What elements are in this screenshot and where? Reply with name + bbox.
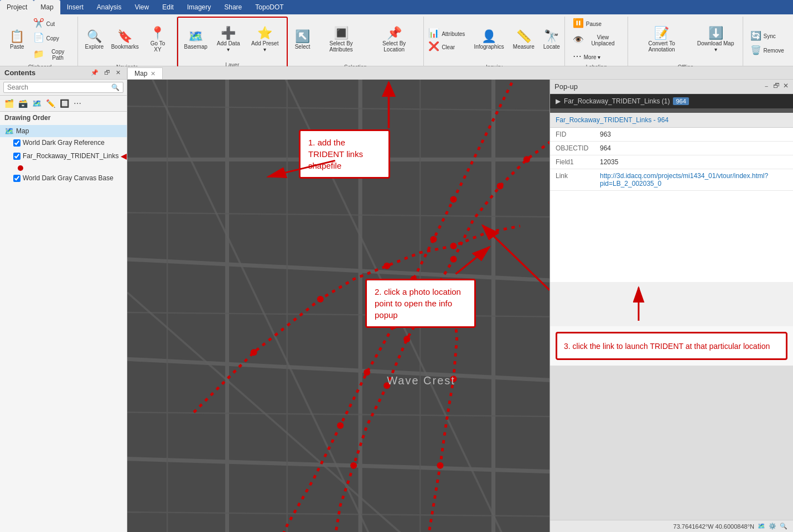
ribbon-group-offline: 📝 Convert To Annotation ⬇️ Download Map … bbox=[628, 17, 743, 71]
download-map-button[interactable]: ⬇️ Download Map ▾ bbox=[693, 25, 738, 55]
tab-share[interactable]: Share bbox=[217, 0, 248, 14]
svg-point-41 bbox=[437, 462, 443, 469]
popup-panel: Pop-up － 🗗 ✕ ▶ Far_Rockaway_TRIDENT_Link… bbox=[550, 80, 793, 532]
panel-title: Contents bbox=[4, 69, 35, 77]
popup-objectid-value: 964 bbox=[600, 144, 611, 152]
remove-icon: 🗑️ bbox=[750, 46, 761, 55]
layer-checkbox-canvas-base[interactable] bbox=[13, 175, 20, 182]
explore-button[interactable]: 🔍 Explore bbox=[82, 28, 107, 52]
tab-topodot[interactable]: TopoDOT bbox=[248, 0, 290, 14]
attributes-icon: 📊 bbox=[428, 29, 439, 38]
sync-button[interactable]: 🔄 Sync bbox=[747, 29, 787, 43]
popup-empty-area bbox=[550, 366, 793, 520]
tab-view[interactable]: View bbox=[128, 0, 156, 14]
popup-close-button[interactable]: ✕ bbox=[783, 82, 789, 91]
copy-path-icon: 📁 bbox=[33, 50, 44, 59]
sync-icon: 🔄 bbox=[750, 32, 761, 40]
locate-icon: 🔭 bbox=[544, 30, 559, 43]
popup-search-icon[interactable]: 🔍 bbox=[780, 523, 787, 530]
select-by-loc-button[interactable]: 📌 Select By Location bbox=[369, 25, 419, 55]
add-data-button[interactable]: ➕ Add Data ▾ bbox=[212, 25, 244, 55]
annotation-step3: 3. click the link to launch TRIDENT at t… bbox=[556, 332, 787, 361]
popup-feature-link[interactable]: Far_Rockaway_TRIDENT_Links - 964 bbox=[556, 116, 668, 124]
more-label-button[interactable]: ⋯ More ▾ bbox=[569, 50, 624, 63]
panel-pin-button[interactable]: 📌 bbox=[89, 69, 100, 77]
search-container: 🔍 bbox=[0, 80, 127, 96]
convert-annotation-button[interactable]: 📝 Convert To Annotation bbox=[633, 25, 691, 55]
map-tab-bar: Map ✕ bbox=[127, 66, 793, 80]
copy-button[interactable]: 📄 Copy bbox=[30, 31, 73, 44]
svg-point-26 bbox=[364, 369, 370, 375]
popup-row-link: Link http://3d.idacq.com/projects/mi1434… bbox=[550, 169, 793, 191]
popup-coords-text: 73.7641642°W 40.6000848°N bbox=[673, 523, 754, 530]
layer-tool-add[interactable]: 🗂️ bbox=[3, 98, 15, 109]
tab-analysis[interactable]: Analysis bbox=[90, 0, 128, 14]
copy-path-button[interactable]: 📁 Copy Path bbox=[30, 45, 73, 63]
layer-tool-group[interactable]: 🔲 bbox=[59, 98, 70, 109]
layer-checkbox-far-rockaway[interactable] bbox=[13, 153, 20, 160]
svg-point-36 bbox=[524, 156, 530, 163]
red-dot-indicator bbox=[18, 165, 23, 171]
layer-tool-more[interactable]: ⋯ bbox=[72, 98, 82, 109]
popup-minimize-button[interactable]: － bbox=[763, 82, 770, 91]
map-tab-close[interactable]: ✕ bbox=[151, 70, 156, 77]
layer-map-label: Map bbox=[16, 127, 29, 135]
svg-point-33 bbox=[403, 336, 410, 342]
tab-insert[interactable]: Insert bbox=[60, 0, 90, 14]
map-area: Map ✕ bbox=[127, 66, 793, 532]
layer-arrow-indicator: ◀ bbox=[121, 150, 127, 162]
map-tab[interactable]: Map ✕ bbox=[127, 67, 163, 79]
go-to-xy-icon: 📍 bbox=[150, 27, 165, 39]
layer-tool-map[interactable]: 🗺️ bbox=[31, 98, 43, 109]
layer-checkbox-world-ref[interactable] bbox=[13, 139, 20, 147]
select-button[interactable]: ↖️ Select bbox=[292, 28, 313, 52]
layer-item-canvas-base[interactable]: World Dark Gray Canvas Base bbox=[9, 173, 127, 184]
basemap-button[interactable]: 🗺️ Basemap bbox=[182, 28, 210, 52]
layer-item-far-rockaway[interactable]: Far_Rockaway_TRIDENT_Links ◀ bbox=[9, 148, 127, 164]
measure-button[interactable]: 📏 Measure bbox=[510, 28, 538, 52]
panel-close-button[interactable]: ✕ bbox=[114, 69, 122, 77]
panel-restore-button[interactable]: 🗗 bbox=[102, 69, 112, 77]
tab-imagery[interactable]: Imagery bbox=[180, 0, 217, 14]
layer-item-world-ref[interactable]: World Dark Gray Reference bbox=[9, 137, 127, 148]
remove-button[interactable]: 🗑️ Remove bbox=[747, 44, 787, 57]
left-panel: Contents 📌 🗗 ✕ 🔍 🗂️ 🗃️ 🗺️ ✏️ 🔲 ⋯ Drawing… bbox=[0, 66, 127, 532]
layer-item-map[interactable]: 🗺️ Map bbox=[0, 125, 127, 137]
go-to-xy-button[interactable]: 📍 Go To XY bbox=[143, 25, 172, 55]
layer-tool-db[interactable]: 🗃️ bbox=[17, 98, 29, 109]
tab-edit[interactable]: Edit bbox=[156, 0, 180, 14]
clear-button[interactable]: ❌ Clear bbox=[425, 40, 468, 53]
paste-button[interactable]: 📋 Paste bbox=[7, 28, 28, 52]
more-label-icon: ⋯ bbox=[573, 52, 582, 61]
select-by-attr-icon: 🔳 bbox=[334, 27, 349, 39]
add-preset-button[interactable]: ⭐ Add Preset ▾ bbox=[247, 25, 283, 55]
popup-restore-button[interactable]: 🗗 bbox=[773, 82, 780, 91]
search-icon[interactable]: 🔍 bbox=[111, 84, 120, 91]
panel-controls: 📌 🗗 ✕ bbox=[89, 69, 122, 77]
layer-tool-draw[interactable]: ✏️ bbox=[45, 98, 56, 109]
popup-row-field1: Field1 12035 bbox=[550, 155, 793, 169]
infographics-button[interactable]: 👤 Infographics bbox=[470, 28, 507, 52]
pause-button[interactable]: ⏸️ Pause bbox=[569, 17, 624, 30]
attributes-button[interactable]: 📊 Attributes bbox=[425, 27, 468, 40]
select-by-attr-button[interactable]: 🔳 Select By Attributes bbox=[315, 25, 367, 55]
search-input[interactable] bbox=[7, 84, 111, 91]
popup-feature-badge: 964 bbox=[673, 97, 688, 105]
tab-project[interactable]: Project bbox=[0, 0, 34, 14]
drawing-order-label: Drawing Order bbox=[0, 112, 127, 124]
popup-expand-icon: ▶ bbox=[556, 97, 561, 105]
cut-button[interactable]: ✂️ Cut bbox=[30, 17, 73, 30]
view-unplaced-button[interactable]: 👁️ View Unplaced bbox=[569, 31, 624, 49]
tab-map[interactable]: Map bbox=[34, 0, 60, 14]
popup-link-value[interactable]: http://3d.idacq.com/projects/mi1434_01/v… bbox=[600, 172, 787, 187]
infographics-icon: 👤 bbox=[481, 30, 496, 43]
bookmarks-button[interactable]: 🔖 Bookmarks bbox=[108, 28, 141, 52]
locate-button[interactable]: 🔭 Locate bbox=[540, 28, 563, 52]
layer-world-ref-label: World Dark Gray Reference bbox=[23, 139, 105, 147]
annotation-step2: 2. click a photo location point to open … bbox=[365, 279, 476, 328]
popup-coords-bar: 73.7641642°W 40.6000848°N 🗺️ ⚙️ 🔍 bbox=[550, 520, 793, 532]
popup-header: Pop-up － 🗗 ✕ bbox=[550, 80, 793, 94]
measure-icon: 📏 bbox=[516, 30, 531, 43]
map-canvas[interactable]: Wave Crest 1. add the TRIDENT links shap… bbox=[127, 80, 793, 532]
layer-list: 🗺️ Map World Dark Gray Reference Far_Roc… bbox=[0, 124, 127, 532]
